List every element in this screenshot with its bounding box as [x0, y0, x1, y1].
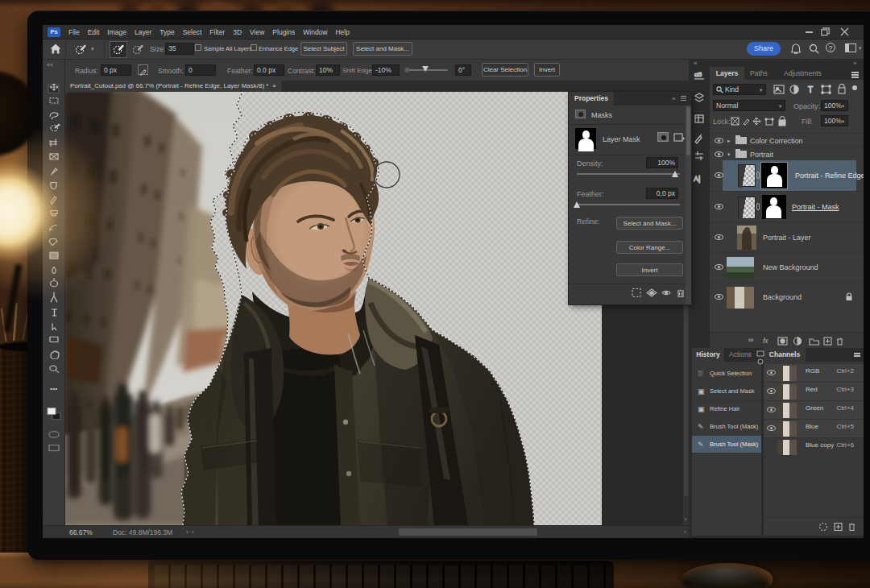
svg-text:A|: A| [694, 175, 700, 183]
svg-text:α5: α5 [694, 71, 702, 78]
svg-text:T: T [808, 85, 813, 94]
svg-text:•••: ••• [50, 386, 58, 392]
svg-text:v: v [685, 516, 687, 521]
